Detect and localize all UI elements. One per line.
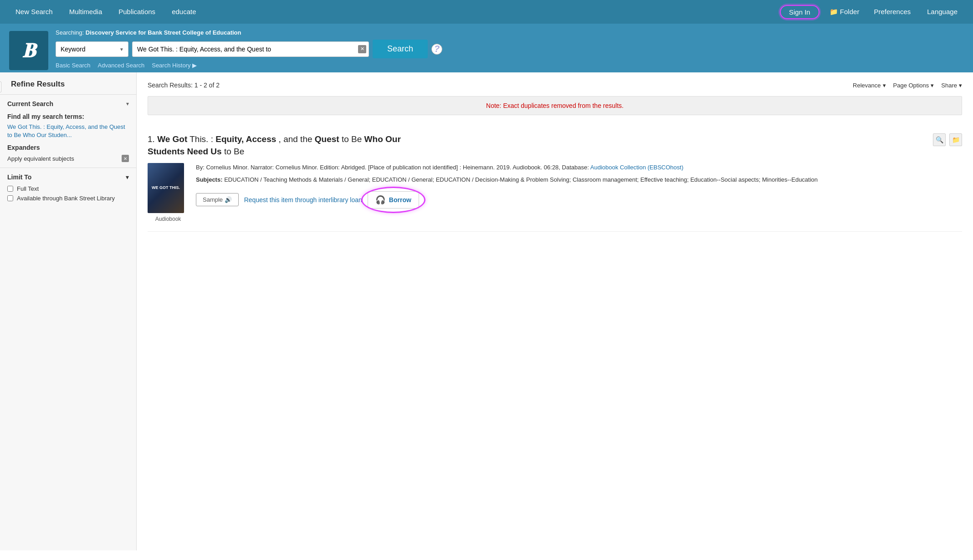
bank-library-checkbox[interactable] <box>7 195 13 201</box>
search-type-wrapper[interactable]: Keyword <box>56 41 128 57</box>
result-action-icons: 🔍 📁 <box>933 133 962 146</box>
book-cover-image: WE GOT THIS. <box>148 163 184 213</box>
database-link[interactable]: Audiobook Collection (EBSCOhost) <box>590 164 684 171</box>
search-history-link[interactable]: Search History ▶ <box>152 62 197 69</box>
nav-multimedia[interactable]: Multimedia <box>61 0 111 24</box>
results-controls: Relevance ▾ Page Options ▾ Share ▾ <box>853 82 962 89</box>
result-metadata: By: Cornelius Minor. Narrator: Cornelius… <box>196 163 962 222</box>
search-input[interactable] <box>132 41 369 57</box>
result-image-col: WE GOT THIS. Audiobook <box>148 163 189 222</box>
limit-to-arrow: ▾ <box>126 173 129 181</box>
current-search-arrow: ▾ <box>126 101 129 107</box>
subjects-text: EDUCATION / Teaching Methods & Materials… <box>224 176 818 183</box>
search-button[interactable]: Search <box>373 40 428 58</box>
result-item: 1. We Got This. : Equity, Access , and t… <box>148 124 962 232</box>
result-actions: Sample 🔊 Request this item through inter… <box>196 191 962 209</box>
current-search-header[interactable]: Current Search ▾ <box>7 100 129 107</box>
nav-publications[interactable]: Publications <box>110 0 164 24</box>
collapse-sidebar-button[interactable]: « <box>0 81 1 92</box>
preview-icon-button[interactable]: 🔍 <box>933 133 946 146</box>
results-header: Search Results: 1 - 2 of 2 Relevance ▾ P… <box>148 81 962 89</box>
basic-search-link[interactable]: Basic Search <box>56 62 91 69</box>
advanced-search-link[interactable]: Advanced Search <box>98 62 145 69</box>
apply-subjects-label: Apply equivalent subjects <box>7 155 74 162</box>
share-button[interactable]: Share ▾ <box>941 82 962 89</box>
page-options-button[interactable]: Page Options ▾ <box>893 82 934 89</box>
sort-relevance-button[interactable]: Relevance ▾ <box>853 82 886 89</box>
borrow-button[interactable]: 🎧 Borrow <box>368 191 419 209</box>
bank-library-label: Available through Bank Street Library <box>17 195 115 202</box>
limit-bank-library: Available through Bank Street Library <box>7 195 129 202</box>
folder-link[interactable]: 📁 Folder <box>823 0 866 24</box>
searching-value: Discovery Service for Bank Street Colleg… <box>86 29 241 36</box>
sample-button[interactable]: Sample 🔊 <box>196 193 239 206</box>
results-area: Search Results: 1 - 2 of 2 Relevance ▾ P… <box>137 72 973 550</box>
by-line-text: By: Cornelius Minor. Narrator: Cornelius… <box>196 164 589 171</box>
full-text-checkbox[interactable] <box>7 186 13 192</box>
subjects-label: Subjects: <box>196 176 223 183</box>
current-search-section: Current Search ▾ Find all my search term… <box>0 94 136 168</box>
main-container: « Refine Results Current Search ▾ Find a… <box>0 72 973 550</box>
search-header: 𝐁 Searching: Discovery Service for Bank … <box>0 24 973 72</box>
subjects-line: Subjects: EDUCATION / Teaching Methods &… <box>196 175 962 185</box>
headphone-icon: 🎧 <box>375 195 385 205</box>
result-format-label: Audiobook <box>148 216 189 222</box>
note-text: Note: Exact duplicates removed from the … <box>486 102 624 109</box>
limit-to-section: Limit To ▾ Full Text Available through B… <box>0 168 136 210</box>
search-type-select[interactable]: Keyword <box>56 41 128 57</box>
nav-new-search[interactable]: New Search <box>7 0 61 24</box>
search-row: Keyword ✕ Search ? <box>56 40 964 58</box>
searching-label: Searching: Discovery Service for Bank St… <box>56 29 964 36</box>
top-navigation: New Search Multimedia Publications educa… <box>0 0 973 24</box>
current-search-title: Current Search <box>7 100 53 107</box>
search-input-wrapper: ✕ <box>132 41 369 57</box>
sidebar-title: Refine Results <box>0 80 136 94</box>
sidebar: « Refine Results Current Search ▾ Find a… <box>0 72 137 550</box>
add-to-folder-icon-button[interactable]: 📁 <box>949 133 962 146</box>
clear-search-button[interactable]: ✕ <box>358 45 366 53</box>
nav-educate[interactable]: educate <box>164 0 204 24</box>
apply-subjects-item: Apply equivalent subjects ✕ <box>7 155 129 162</box>
find-all-label: Find all my search terms: <box>7 113 129 120</box>
sign-in-button[interactable]: Sign In <box>780 5 819 19</box>
search-links: Basic Search Advanced Search Search Hist… <box>56 62 964 69</box>
result-title: 1. We Got This. : Equity, Access , and t… <box>148 133 926 158</box>
results-count: Search Results: 1 - 2 of 2 <box>148 81 220 89</box>
result-title-row: 1. We Got This. : Equity, Access , and t… <box>148 133 962 158</box>
borrow-button-wrapper: 🎧 Borrow <box>368 191 419 209</box>
language-link[interactable]: Language <box>919 0 966 24</box>
preferences-link[interactable]: Preferences <box>865 0 919 24</box>
result-body: WE GOT THIS. Audiobook By: Cornelius Min… <box>148 163 962 222</box>
limit-to-title: Limit To <box>7 173 31 181</box>
remove-expander-button[interactable]: ✕ <box>122 155 129 162</box>
search-area: Searching: Discovery Service for Bank St… <box>56 29 964 72</box>
limit-to-header[interactable]: Limit To ▾ <box>7 173 129 181</box>
logo-box: 𝐁 <box>9 31 48 70</box>
current-search-term-link[interactable]: We Got This. : Equity, Access, and the Q… <box>7 123 129 139</box>
author-line: By: Cornelius Minor. Narrator: Cornelius… <box>196 163 962 173</box>
expanders-title: Expanders <box>7 144 129 151</box>
note-banner: Note: Exact duplicates removed from the … <box>148 96 962 115</box>
interlibrary-loan-link[interactable]: Request this item through interlibrary l… <box>244 195 362 205</box>
limit-full-text: Full Text <box>7 185 129 192</box>
help-icon[interactable]: ? <box>431 44 442 55</box>
current-search-content: Find all my search terms: We Got This. :… <box>7 113 129 162</box>
result-number: 1. <box>148 134 157 144</box>
full-text-label: Full Text <box>17 185 39 192</box>
logo-icon: 𝐁 <box>22 41 36 61</box>
